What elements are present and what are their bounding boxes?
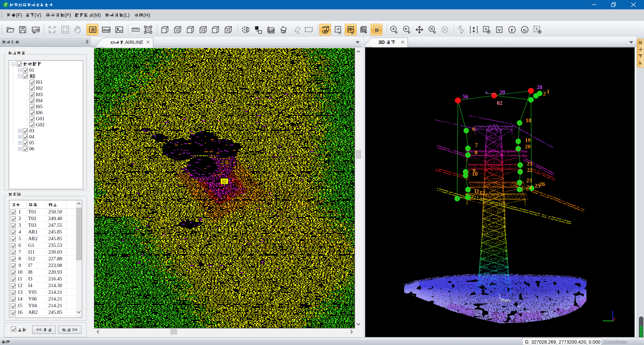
svg-text:LAB: LAB [269,28,275,31]
svg-text:RGB: RGB [103,28,110,32]
svg-text:LAB: LAB [33,28,39,31]
svg-text:F: F [511,27,514,32]
svg-text:V: V [498,27,501,32]
svg-text:H: H [91,27,95,32]
svg-text:G: G [523,27,527,32]
svg-text:D: D [375,27,379,33]
